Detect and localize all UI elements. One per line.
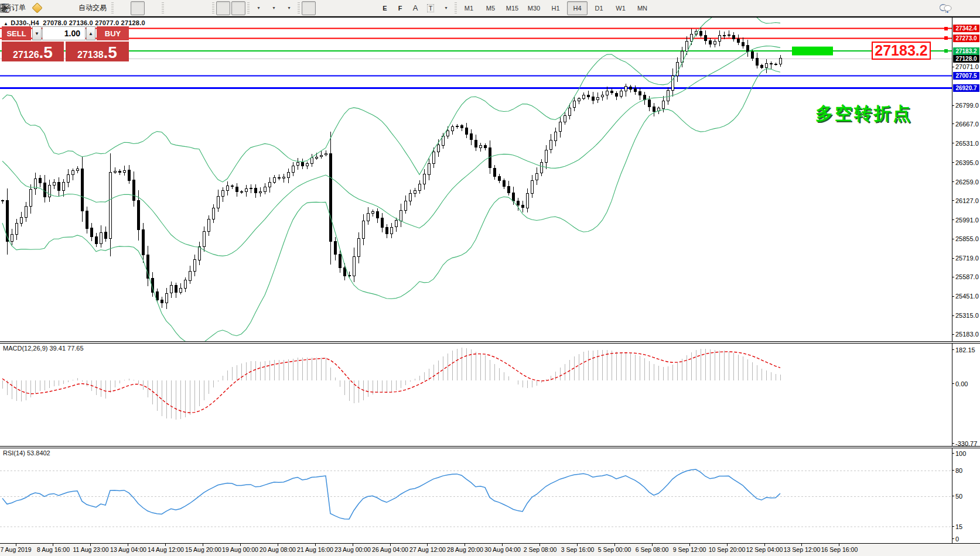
rsi-axis-tick [952,538,954,539]
timeframe-button-w1[interactable]: W1 [610,1,631,15]
toolbar-grip [247,2,250,14]
brush-icon [32,2,42,13]
sell-price-frac: .5 [39,46,53,60]
auto-scroll-button[interactable] [216,1,230,15]
buy-price-display[interactable]: 27138.5 [66,42,129,61]
price-axis-tick [952,315,954,316]
ohlc-values: 27078.0 27136.0 27077.0 27128.0 [43,19,145,26]
period-dropdown-button[interactable]: ▾ [267,1,281,15]
arrows-tool-button[interactable]: ▾ [439,1,453,15]
price-chart-canvas[interactable] [0,18,952,341]
price-level-badge: 27183.2 [953,47,979,55]
price-axis-border [952,18,952,544]
toolbar-grip [162,2,164,14]
price-axis-label: 25991.0 [955,217,979,224]
indicators-button[interactable]: ▾ [251,1,265,15]
price-axis-tick [952,67,954,67]
chart-annotation-text[interactable]: 多空转折点 [815,102,912,126]
dropdown-arrow-icon: ▾ [272,5,275,11]
timeframe-button-m30[interactable]: M30 [524,1,544,15]
sell-price-display[interactable]: 27126.5 [2,42,64,61]
autotrading-button[interactable]: 自动交易 [76,1,110,15]
price-axis-label: 26667.0 [955,121,979,128]
mt4-terminal: 新订单 自动交易 [0,0,980,556]
chat-bubbles-icon [939,4,952,13]
cursor-tool-button[interactable] [302,1,316,15]
fibonacci-letter: F [398,5,402,12]
collapse-trade-panel-icon[interactable]: ▲ [4,21,8,26]
vertical-line-tool-button[interactable] [332,1,346,15]
buy-button[interactable]: BUY [97,26,129,40]
price-level-badge: 26920.7 [953,84,979,92]
macd-label: MACD(12,26,9) 39.41 77.65 [3,345,84,352]
line-chart-button[interactable] [146,1,160,15]
macd-axis-label: -330.77 [955,440,977,447]
lot-decrease-button[interactable]: ▼ [32,26,42,40]
text-tool-icon: A [413,4,418,12]
timeframe-button-m15[interactable]: M15 [502,1,523,15]
rsi-canvas [0,448,952,543]
crosshair-tool-button[interactable] [317,1,331,15]
template-button[interactable]: ▾ [282,1,296,15]
macd-axis-label: 0.00 [955,380,968,387]
price-callout-label[interactable]: 27183.2 [872,42,931,60]
timeframe-group: M1M5M15M30H1H4D1W1MN [458,1,653,15]
community-chat-button[interactable] [959,1,974,15]
timeframe-button-d1[interactable]: D1 [589,1,609,15]
timeframe-button-m5[interactable]: M5 [480,1,501,15]
price-axis-label: 26799.0 [955,102,979,109]
macd-canvas [0,344,952,446]
rsi-axis-tick [952,453,954,454]
brush-button[interactable] [30,1,44,15]
price-axis-tick [952,123,954,124]
chart-window-button[interactable] [45,1,59,15]
text-tool-button[interactable]: A [408,1,422,15]
candlestick-chart-button[interactable] [131,1,145,15]
price-axis-label: 26259.0 [955,179,979,186]
rsi-axis-tick [952,496,954,496]
price-axis-tick [952,239,954,239]
macd-axis-tick [952,443,954,444]
arrows-icon [0,4,8,12]
label-tool-button[interactable]: T [424,1,438,15]
sell-price-main: 27126 [13,50,39,60]
chart-shift-button[interactable] [231,1,245,15]
signal-button[interactable] [60,1,74,15]
lot-size-input[interactable]: 1.00 [42,26,86,40]
toolbar-grip [455,2,457,14]
time-axis-label: 16 Sep 16:00 [812,546,866,553]
trendline-tool-button[interactable] [363,1,377,15]
price-axis-tick [952,219,954,220]
buy-price-main: 27138 [77,50,104,60]
symbol-period-label: DJ30-,H4 [11,19,39,26]
timeframe-button-m1[interactable]: M1 [459,1,479,15]
price-axis-tick [952,181,954,182]
horizontal-line-tool-button[interactable] [347,1,361,15]
channel-tool-button[interactable]: E [378,1,392,15]
price-axis-label: 25315.0 [955,312,979,319]
timeframe-button-h1[interactable]: H1 [545,1,566,15]
label-tool-icon: T [427,4,435,12]
price-level-badge: 27128.0 [953,55,979,63]
one-click-trade-panel: SELL ▼ 1.00 ▲ BUY 27126.5 27138.5 [2,26,129,61]
zoom-in-button[interactable] [166,1,180,15]
toolbar-grip [111,2,114,14]
fibonacci-tool-button[interactable]: F [393,1,407,15]
price-axis-label: 27071.0 [955,63,979,70]
lot-increase-button[interactable]: ▲ [86,26,95,40]
timeframe-button-mn[interactable]: MN [632,1,653,15]
bar-chart-button[interactable] [115,1,129,15]
price-axis-label: 26531.0 [955,140,979,147]
timeframe-button-h4[interactable]: H4 [567,1,588,15]
level-connector-square [944,36,948,40]
price-axis-label: 26127.0 [955,197,979,204]
zoom-out-button[interactable] [181,1,195,15]
price-axis-label: 25719.0 [955,255,979,262]
symbol-ohlc-header: ▲DJ30-,H4 27078.0 27136.0 27077.0 27128.… [4,19,145,26]
rsi-axis-label: 80 [955,467,962,474]
price-level-badge: 27342.4 [953,25,979,32]
sell-button[interactable]: SELL [2,26,31,40]
tile-windows-button[interactable] [196,1,210,15]
callout-connector-line [931,50,946,52]
price-level-badge: 27273.0 [953,35,979,42]
